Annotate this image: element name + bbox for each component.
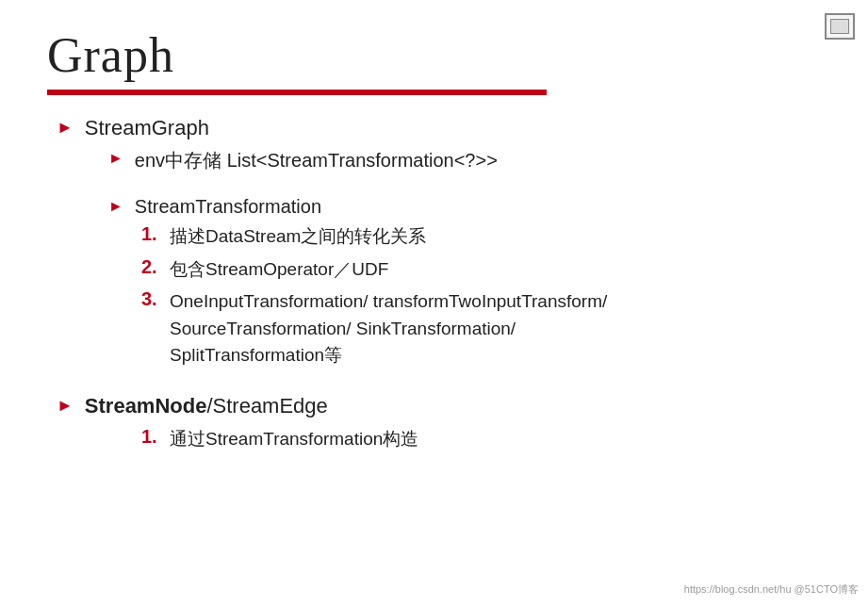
sub-section-transformation: ► StreamTransformation: [57, 196, 821, 218]
watermark: https://blog.csdn.net/hu @51CTO博客: [684, 582, 859, 597]
list-number: 2.: [141, 256, 160, 278]
list-number: 3.: [141, 288, 160, 310]
title-section: Graph: [47, 28, 821, 82]
numbered-text: OneInputTransformation/ transformTwoInpu…: [170, 288, 607, 369]
numbered-text: 描述DataStream之间的转化关系: [170, 223, 426, 251]
list-item: ► StreamNode/StreamEdge: [57, 394, 821, 418]
list-item: ► env中存储 List<StreamTransformation<?>>: [108, 148, 821, 173]
slide-title: Graph: [47, 28, 821, 82]
list-item: 1. 通过StreamTransformation构造: [141, 426, 821, 453]
image-icon: [825, 13, 855, 40]
sub-section-env: ► env中存储 List<StreamTransformation<?>>: [57, 148, 821, 173]
list-item: 3. OneInputTransformation/ transformTwoI…: [141, 288, 821, 369]
sub-arrow-icon: ►: [108, 150, 123, 167]
list-item: ► StreamGraph: [57, 116, 821, 140]
arrow-icon: ►: [57, 118, 74, 138]
spacer: [57, 377, 821, 394]
arrow-icon: ►: [57, 396, 74, 416]
sub-bullet-text: env中存储 List<StreamTransformation<?>>: [135, 148, 498, 173]
numbered-text: 包含StreamOperator／UDF: [170, 256, 388, 284]
sub-bullet-text: StreamTransformation: [135, 196, 321, 218]
list-item: ► StreamTransformation: [108, 196, 821, 218]
numbered-text: 通过StreamTransformation构造: [170, 426, 418, 453]
spacer: [57, 179, 821, 196]
content-section: ► StreamGraph ► env中存储 List<StreamTransf…: [47, 116, 821, 452]
bullet-text: StreamNode/StreamEdge: [85, 394, 328, 418]
numbered-list-streamnode: 1. 通过StreamTransformation构造: [57, 426, 821, 453]
red-bar: [47, 90, 547, 95]
list-number: 1.: [141, 426, 160, 448]
image-icon-inner: [830, 19, 849, 34]
bullet-text: StreamGraph: [85, 116, 209, 140]
slide-container: Graph ► StreamGraph ► env中存储 List<Stream…: [0, 0, 868, 606]
list-number: 1.: [141, 223, 160, 245]
numbered-list-transformation: 1. 描述DataStream之间的转化关系 2. 包含StreamOperat…: [57, 223, 821, 369]
stream-node-bold: StreamNode: [85, 394, 207, 418]
list-item: 2. 包含StreamOperator／UDF: [141, 256, 821, 284]
list-item: 1. 描述DataStream之间的转化关系: [141, 223, 821, 251]
sub-arrow-icon: ►: [108, 198, 123, 215]
